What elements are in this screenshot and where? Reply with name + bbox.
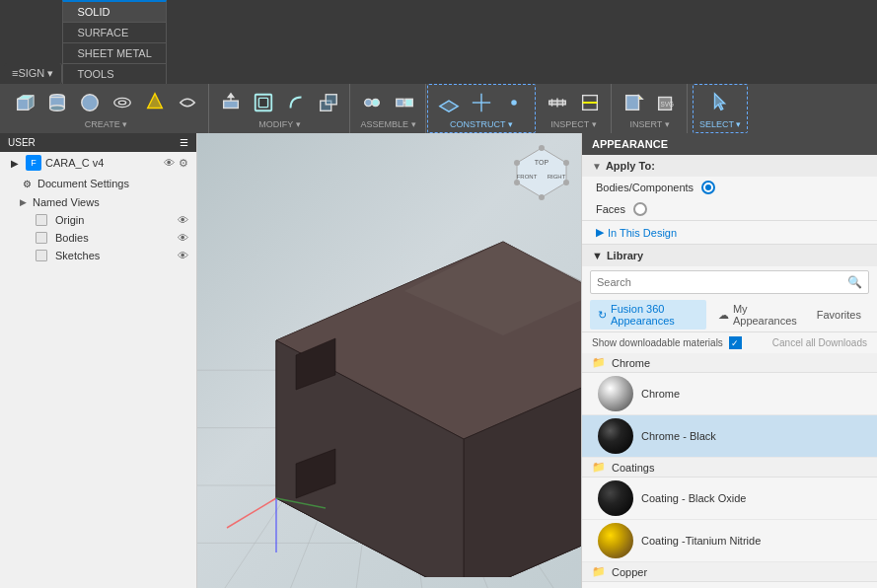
copper-folder-icon: 📁	[592, 565, 606, 578]
bodies-item[interactable]: Bodies 👁	[12, 229, 196, 247]
user-label: USER	[8, 137, 36, 148]
svg-point-8	[118, 101, 125, 105]
chrome-black-item[interactable]: Chrome - Black	[582, 415, 877, 458]
origin-item[interactable]: Origin 👁	[12, 211, 196, 229]
toolbar-tabs: SOLIDSURFACESHEET METALTOOLS	[62, 0, 166, 84]
select-button[interactable]	[705, 88, 735, 117]
fusion360-appearances-tab[interactable]: ↻ Fusion 360 Appearances	[590, 300, 706, 330]
fillet-button[interactable]	[281, 88, 311, 117]
plane-button[interactable]	[434, 88, 464, 117]
faces-option-row[interactable]: Faces	[582, 198, 877, 220]
toolbar-tab-surface[interactable]: SURFACE	[62, 22, 166, 42]
insert-label: INSERT ▾	[629, 119, 669, 129]
bodies-option-row[interactable]: Bodies/Components	[582, 177, 877, 198]
toolbar-area: ≡SIGN ▾ SOLIDSURFACESHEET METALTOOLS	[0, 0, 877, 133]
press-pull-button[interactable]	[216, 88, 246, 117]
copper-category-label: Copper	[612, 566, 647, 578]
toolbar-tab-tools[interactable]: TOOLS	[62, 63, 166, 84]
my-appearances-tab[interactable]: ☁ My Appearances	[710, 300, 805, 330]
svg-point-26	[511, 100, 517, 106]
chrome-category[interactable]: 📁 Chrome	[582, 353, 877, 373]
svg-text:TOP: TOP	[535, 159, 549, 166]
black-oxide-item[interactable]: Coating - Black Oxide	[582, 478, 877, 520]
browser-section: ⚙ Document Settings ▶ Named Views Origin…	[0, 174, 196, 264]
bodies-radio[interactable]	[701, 181, 715, 194]
sketches-visibility-icon[interactable]: 👁	[178, 250, 188, 261]
material-list: 📁 Chrome Chrome Chrome - Black 📁 Coating…	[582, 353, 877, 588]
search-icon[interactable]: 🔍	[841, 271, 868, 293]
insert-svg-button[interactable]: SVG	[651, 88, 681, 117]
bodies-visibility-icon[interactable]: 👁	[178, 232, 188, 244]
svg-point-6	[82, 95, 99, 111]
assemble-label: ASSEMBLE ▾	[360, 119, 415, 129]
show-downloadable-row: Show downloadable materials ✓ Cancel all…	[582, 332, 877, 353]
chrome-thumbnail	[598, 376, 633, 411]
chrome-item[interactable]: Chrome	[582, 373, 877, 415]
revolve-button[interactable]	[173, 88, 202, 117]
fusion360-tab-icon: ↻	[598, 309, 607, 322]
cancel-downloads-label[interactable]: Cancel all Downloads	[772, 337, 867, 348]
cylinder-tool-button[interactable]	[42, 88, 72, 117]
faces-radio[interactable]	[633, 202, 647, 216]
svg-point-66	[539, 145, 545, 151]
sphere-tool-button[interactable]	[75, 88, 105, 117]
copper-category[interactable]: 📁 Copper	[582, 562, 877, 582]
measure-button[interactable]	[543, 88, 572, 117]
axis-button[interactable]	[467, 88, 496, 117]
library-search-bar[interactable]: 🔍	[590, 270, 869, 294]
as-joint-button[interactable]	[390, 88, 419, 117]
sketches-item[interactable]: Sketches 👁	[12, 247, 196, 264]
coatings-category[interactable]: 📁 Coatings	[582, 458, 877, 478]
create-label: CREATE ▾	[85, 119, 127, 129]
toolbar-tab-solid[interactable]: SOLID	[62, 0, 166, 22]
point-button[interactable]	[499, 88, 529, 117]
in-design-arrow: ▶	[596, 226, 604, 239]
svg-rect-33	[626, 96, 639, 110]
section-button[interactable]	[575, 88, 605, 117]
main-canvas[interactable]: TOP RIGHT FRONT Activar Windows ⊕ ≡ ⟲ ⊕ …	[197, 133, 581, 588]
nav-cube[interactable]: TOP RIGHT FRONT	[512, 143, 571, 202]
coatings-folder-icon: 📁	[592, 461, 606, 474]
chrome-item-label: Chrome	[641, 388, 680, 400]
sketches-folder-icon	[36, 250, 47, 261]
titanium-item[interactable]: Coating -Titanium Nitride	[582, 520, 877, 562]
svg-point-18	[372, 99, 379, 106]
origin-folder-icon	[36, 214, 47, 226]
design-menu-button[interactable]: ≡SIGN ▾	[4, 63, 62, 84]
insert-button[interactable]	[619, 88, 648, 117]
titanium-thumbnail	[598, 523, 633, 558]
svg-text:SVG: SVG	[661, 101, 675, 108]
panel-toggle-icon[interactable]: ☰	[180, 137, 188, 148]
extrude-button[interactable]	[140, 88, 170, 117]
named-views-toggle[interactable]: ▶	[20, 197, 27, 207]
svg-point-68	[563, 180, 569, 185]
black-oxide-thumbnail	[598, 480, 633, 516]
cloud-icon: ☁	[718, 309, 729, 322]
main-toolbar: CREATE ▾	[0, 84, 877, 133]
torus-tool-button[interactable]	[108, 88, 137, 117]
toolbar-tab-sheet_metal[interactable]: SHEET METAL	[62, 42, 166, 63]
doc-expand-icon[interactable]: ▶	[8, 156, 22, 170]
doc-settings-item[interactable]: ⚙ Document Settings	[12, 174, 196, 193]
document-item[interactable]: ▶ F CARA_C v4 👁 ⚙	[0, 152, 196, 174]
box-tool-button[interactable]	[10, 88, 39, 117]
apply-to-section: ▼ Apply To: Bodies/Components Faces	[582, 155, 877, 221]
favorites-tab-label: Favorites	[817, 309, 861, 321]
combine-button[interactable]	[314, 88, 343, 117]
doc-settings-icon[interactable]: ⚙	[179, 157, 188, 170]
origin-visibility-icon[interactable]: 👁	[178, 214, 188, 226]
joint-button[interactable]	[357, 88, 387, 117]
favorites-tab[interactable]: Favorites	[809, 306, 869, 324]
in-this-design-section: ▶ In This Design	[582, 221, 877, 245]
in-this-design-header[interactable]: ▶ In This Design	[582, 221, 877, 244]
downloadable-label: Show downloadable materials	[592, 337, 723, 348]
search-input[interactable]	[591, 273, 841, 291]
downloadable-checkbox[interactable]: ✓	[729, 336, 742, 349]
visibility-icon[interactable]: 👁	[164, 157, 175, 169]
shell-button[interactable]	[249, 88, 278, 117]
chrome-black-item-label: Chrome - Black	[641, 430, 716, 442]
svg-marker-23	[440, 101, 458, 111]
construct-label: CONSTRUCT ▾	[450, 119, 513, 129]
named-views-item[interactable]: ▶ Named Views	[12, 193, 196, 211]
bodies-label: Bodies	[55, 232, 89, 244]
